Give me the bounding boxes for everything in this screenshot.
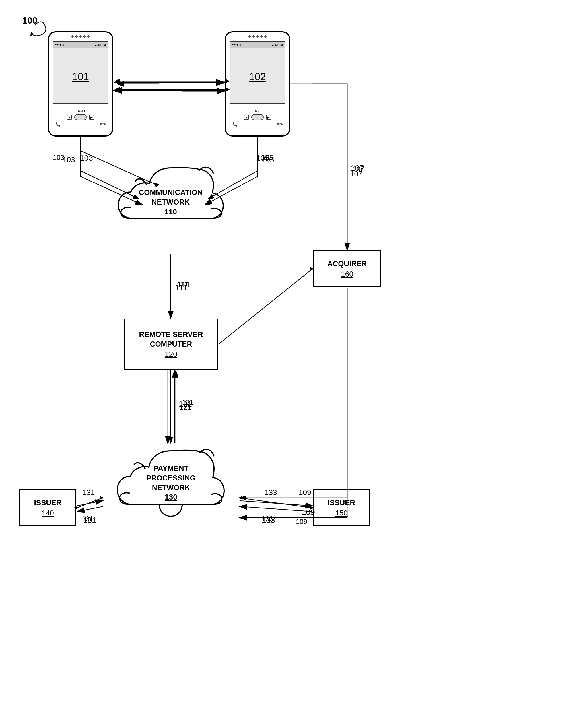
- svg-text:133: 133: [264, 488, 277, 497]
- svg-marker-11: [115, 87, 120, 92]
- phone-101-dots: [71, 35, 90, 37]
- phone-102-bottom: MENU ▲ ▶ 📞 📞: [230, 110, 285, 130]
- remote-server-box: REMOTE SERVER COMPUTER 120: [124, 319, 218, 370]
- svg-marker-8: [115, 79, 120, 84]
- phone-101-label: 101: [72, 71, 89, 83]
- diagram-container: 100 ●●●▶◎ 3:42 PM 101 MENU ▲ ▶: [0, 0, 581, 728]
- acquirer-title: ACQUIRER: [328, 259, 367, 269]
- svg-text:131: 131: [82, 488, 95, 497]
- arrow-label-107: 107: [353, 165, 364, 173]
- phone-102-label: 102: [249, 71, 266, 83]
- arrow-label-103: 103: [53, 154, 64, 162]
- phone-101: ●●●▶◎ 3:42 PM 101 MENU ▲ ▶ 📞 📞: [48, 31, 113, 136]
- svg-text:109: 109: [299, 488, 311, 497]
- svg-line-26: [77, 498, 102, 508]
- acquirer-160-box: ACQUIRER 160: [313, 250, 381, 287]
- remote-server-number: 120: [165, 350, 177, 359]
- arrow-label-133: 133: [262, 515, 273, 523]
- acquirer-number: 160: [341, 270, 353, 279]
- communication-network-cloud: [102, 162, 239, 253]
- payment-network-cloud: [102, 444, 239, 546]
- issuer-150-box: ISSUER 150: [313, 489, 370, 526]
- issuer-150-title: ISSUER: [328, 498, 355, 508]
- phone-101-bottom: MENU ▲ ▶ 📞 📞: [53, 110, 108, 130]
- arrow-label-121: 121: [182, 398, 194, 406]
- issuer-140-box: ISSUER 140: [19, 489, 76, 526]
- phone-102-dots: [248, 35, 267, 37]
- phone-102: ●●●▶◎ 3:42 PM 102 MENU ▲ ▶ 📞 📞: [225, 31, 290, 136]
- arrow-label-105: 105: [262, 154, 273, 162]
- arrow-label-111: 111: [177, 280, 188, 288]
- issuer-140-number: 140: [42, 509, 54, 518]
- svg-marker-1: [30, 32, 33, 36]
- svg-text:100: 100: [22, 16, 37, 26]
- svg-line-40: [219, 269, 312, 344]
- issuer-140-title: ISSUER: [34, 498, 62, 508]
- remote-server-title: REMOTE SERVER COMPUTER: [139, 330, 203, 349]
- arrow-label-131: 131: [82, 515, 93, 523]
- issuer-150-number: 150: [335, 509, 347, 518]
- arrow-label-109: 109: [296, 518, 307, 526]
- svg-line-30: [240, 498, 312, 508]
- svg-text:103: 103: [62, 155, 75, 164]
